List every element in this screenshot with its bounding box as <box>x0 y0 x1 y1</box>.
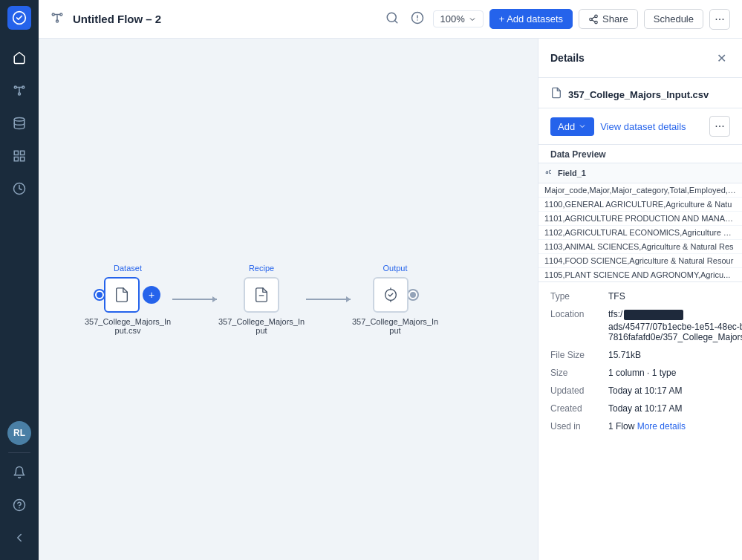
meta-filesize: File Size 15.71kB <box>550 350 730 360</box>
svg-rect-8 <box>21 157 25 161</box>
details-close-button[interactable]: ✕ <box>712 49 730 67</box>
svg-line-23 <box>592 19 595 21</box>
flow-canvas[interactable]: Dataset + 357_College_Majors_Input.csv <box>39 39 538 560</box>
data-preview-rows: Major_code,Major,Major_category,Total,Em… <box>538 183 742 281</box>
more-details-link[interactable]: More details <box>637 421 686 432</box>
file-icon <box>550 87 562 102</box>
size-label: Size <box>550 368 602 378</box>
flow-line-2 <box>306 299 351 300</box>
dataset-name: 357_College_Majors_Input.csv <box>83 317 172 335</box>
svg-rect-5 <box>14 151 18 154</box>
file-size-label: File Size <box>550 350 602 360</box>
location-prefix: tfs:/ <box>608 309 742 320</box>
output-name: 357_College_Majors_Input <box>351 317 440 335</box>
svg-point-4 <box>14 118 25 122</box>
filename-row: 357_College_Majors_Input.csv <box>538 78 742 108</box>
updated-value: Today at 10:17 AM <box>608 385 682 396</box>
sidebar: RL <box>0 0 39 560</box>
location-suffix: ads/45477/07b1ecbe-1e51-48ec-b0f2-7816fa… <box>608 322 742 342</box>
data-preview-header: aC Field_1 <box>538 163 742 183</box>
recipe-name: 357_College_Majors_Input <box>217 317 306 335</box>
location-label: Location <box>550 309 602 342</box>
schedule-button[interactable]: Schedule <box>644 9 703 29</box>
dataset-node[interactable] <box>104 277 140 313</box>
sidebar-item-help[interactable] <box>4 490 34 520</box>
created-label: Created <box>550 403 602 414</box>
sidebar-item-notifications[interactable] <box>4 458 34 487</box>
dataset-left-connector[interactable] <box>95 290 104 299</box>
data-row-5: 1104,FOOD SCIENCE,Agriculture & Natural … <box>538 254 742 268</box>
created-value: Today at 10:17 AM <box>608 403 682 414</box>
sidebar-item-datasets[interactable] <box>4 108 34 138</box>
recipe-node-group: Recipe 357_College_Majors_Input <box>217 264 306 335</box>
svg-rect-6 <box>21 151 25 154</box>
sidebar-item-flows[interactable] <box>4 76 34 105</box>
flow-line-1 <box>172 299 217 300</box>
data-row-1: 1100,GENERAL AGRICULTURE,Agriculture & N… <box>538 198 742 212</box>
meta-used-in: Used in 1 Flow More details <box>550 421 730 432</box>
details-panel: Details ✕ 357_College_Majors_Input.csv A… <box>538 39 742 560</box>
col-type-symbol: aC <box>544 167 555 179</box>
topbar: Untitled Flow – 2 100% + Add datasets Sh… <box>39 0 742 39</box>
output-label: Output <box>383 264 407 273</box>
svg-text:aC: aC <box>545 169 551 175</box>
details-header: Details ✕ <box>538 39 742 78</box>
add-label: Add <box>558 121 575 132</box>
size-value: 1 column · 1 type <box>608 368 676 378</box>
zoom-control[interactable]: 100% <box>433 10 483 27</box>
add-button[interactable]: Add <box>550 117 594 136</box>
share-label: Share <box>602 13 628 25</box>
type-label: Type <box>550 291 602 302</box>
output-row <box>373 277 417 313</box>
data-row-0: Major_code,Major,Major_category,Total,Em… <box>538 183 742 198</box>
details-meta: Type TFS Location tfs:/ ads/45477/07b1ec… <box>538 281 742 440</box>
data-row-4: 1103,ANIMAL SCIENCES,Agriculture & Natur… <box>538 240 742 254</box>
meta-size: Size 1 column · 1 type <box>550 368 730 378</box>
updated-label: Updated <box>550 385 602 396</box>
zoom-value: 100% <box>440 13 464 25</box>
meta-type: Type TFS <box>550 291 730 302</box>
used-in-label: Used in <box>550 421 602 432</box>
more-button[interactable]: ··· <box>709 9 730 30</box>
details-title: Details <box>550 52 585 64</box>
location-value: tfs:/ ads/45477/07b1ecbe-1e51-48ec-b0f2-… <box>608 309 742 342</box>
file-size-value: 15.71kB <box>608 350 641 360</box>
search-button[interactable] <box>383 8 402 30</box>
recipe-label: Recipe <box>249 264 274 273</box>
recipe-node[interactable] <box>244 277 279 313</box>
col-name: Field_1 <box>558 169 586 178</box>
share-button[interactable]: Share <box>579 9 638 29</box>
connector-1 <box>172 299 217 300</box>
svg-line-24 <box>592 16 595 18</box>
data-row-3: 1102,AGRICULTURAL ECONOMICS,Agriculture … <box>538 226 742 240</box>
add-datasets-button[interactable]: + Add datasets <box>489 9 573 29</box>
main-area: Untitled Flow – 2 100% + Add datasets Sh… <box>39 0 742 560</box>
flow-title: Untitled Flow – 2 <box>73 13 161 25</box>
sidebar-item-apps[interactable] <box>4 141 34 171</box>
details-actions: Add View dataset details ··· <box>538 108 742 145</box>
sidebar-item-jobs[interactable] <box>4 174 34 204</box>
add-datasets-label: + Add datasets <box>499 13 563 25</box>
schedule-label: Schedule <box>654 13 694 25</box>
recipe-row <box>244 277 279 313</box>
data-row-2: 1101,AGRICULTURE PRODUCTION AND MANAGE <box>538 212 742 226</box>
sidebar-item-home[interactable] <box>4 43 34 73</box>
output-right-connector[interactable] <box>409 290 417 299</box>
output-node[interactable] <box>373 277 409 313</box>
flow-nodes: Dataset + 357_College_Majors_Input.csv <box>83 264 440 335</box>
info-button[interactable] <box>408 8 427 30</box>
dataset-add-button[interactable]: + <box>143 286 160 304</box>
flow-icon <box>51 11 64 27</box>
user-avatar[interactable]: RL <box>7 421 31 445</box>
details-more-button[interactable]: ··· <box>709 116 730 137</box>
sidebar-item-collapse[interactable] <box>4 523 34 553</box>
meta-updated: Updated Today at 10:17 AM <box>550 385 730 396</box>
data-preview-label: Data Preview <box>538 145 742 163</box>
svg-rect-7 <box>14 157 18 161</box>
view-dataset-details-link[interactable]: View dataset details <box>600 121 703 132</box>
data-row-6: 1105,PLANT SCIENCE AND AGRONOMY,Agricu..… <box>538 268 742 281</box>
dataset-row: + <box>95 277 160 313</box>
sidebar-logo[interactable] <box>7 6 31 30</box>
output-node-group: Output 357_College_Majors_Input <box>351 264 440 335</box>
used-in-value: 1 Flow More details <box>608 421 686 432</box>
